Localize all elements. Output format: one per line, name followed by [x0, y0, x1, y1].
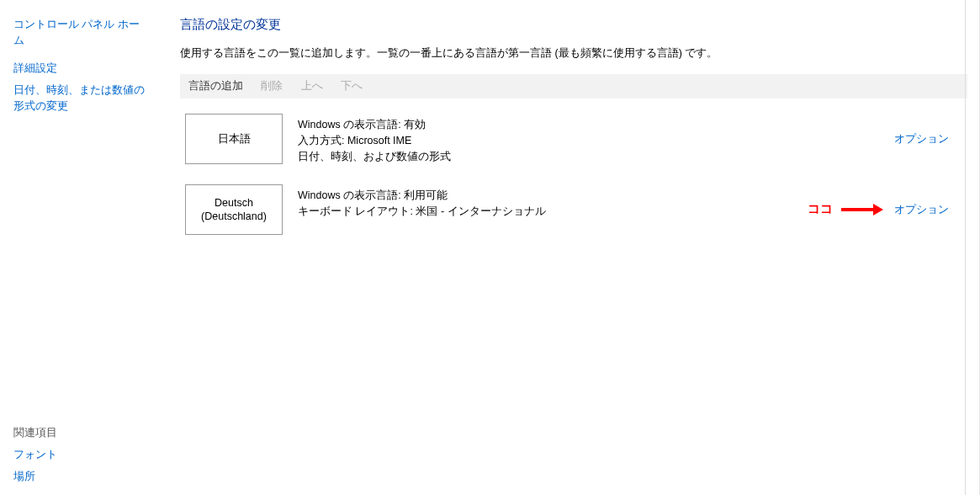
language-tile[interactable]: Deutsch (Deutschland) — [185, 184, 283, 235]
toolbar-move-up: 上へ — [301, 79, 338, 93]
vertical-divider — [965, 0, 966, 495]
language-details: Windows の表示言語: 利用可能 キーボード レイアウト: 米国 - イン… — [298, 184, 894, 220]
options-link[interactable]: オプション — [894, 203, 949, 217]
toolbar-move-down: 下へ — [341, 79, 378, 93]
language-name-region: (Deutschland) — [201, 210, 267, 223]
svg-marker-1 — [873, 204, 883, 216]
toolbar: 言語の追加 削除 上へ 下へ — [180, 74, 967, 98]
related-title: 関連項目 — [13, 426, 57, 440]
page-description: 使用する言語をこの一覧に追加します。一覧の一番上にある言語が第一言語 (最も頻繁… — [180, 46, 967, 61]
language-tile[interactable]: 日本語 — [185, 114, 283, 164]
main-content: 言語の設定の変更 使用する言語をこの一覧に追加します。一覧の一番上にある言語が第… — [168, 0, 980, 495]
sidebar-link-font[interactable]: フォント — [13, 447, 57, 463]
sidebar-link-advanced[interactable]: 詳細設定 — [13, 61, 146, 77]
sidebar-link-dateformat[interactable]: 日付、時刻、または数値の形式の変更 — [13, 82, 146, 114]
detail-display-lang: Windows の表示言語: 利用可能 — [298, 188, 894, 204]
detail-input-method: 入力方式: Microsoft IME — [298, 133, 894, 149]
sidebar: コントロール パネル ホーム 詳細設定 日付、時刻、または数値の形式の変更 関連… — [0, 0, 160, 495]
page-title: 言語の設定の変更 — [180, 17, 967, 33]
detail-display-lang: Windows の表示言語: 有効 — [298, 117, 894, 133]
language-details: Windows の表示言語: 有効 入力方式: Microsoft IME 日付… — [298, 114, 894, 164]
sidebar-link-location[interactable]: 場所 — [13, 469, 57, 485]
sidebar-related: 関連項目 フォント 場所 — [13, 426, 57, 486]
detail-date-format: 日付、時刻、および数値の形式 — [298, 149, 894, 165]
arrow-right-icon — [841, 204, 883, 216]
annotation-callout: ココ — [808, 201, 883, 217]
options-link[interactable]: オプション — [894, 132, 949, 146]
language-name: 日本語 — [218, 132, 251, 146]
language-name: Deutsch — [215, 196, 253, 210]
toolbar-remove: 削除 — [261, 79, 298, 93]
language-row-japanese[interactable]: 日本語 Windows の表示言語: 有効 入力方式: Microsoft IM… — [185, 114, 967, 164]
language-row-german[interactable]: Deutsch (Deutschland) Windows の表示言語: 利用可… — [185, 184, 967, 235]
annotation-text: ココ — [808, 201, 833, 217]
sidebar-link-home[interactable]: コントロール パネル ホーム — [13, 17, 146, 49]
toolbar-add-language[interactable]: 言語の追加 — [188, 79, 258, 93]
detail-keyboard-layout: キーボード レイアウト: 米国 - インターナショナル — [298, 204, 894, 220]
language-list: 日本語 Windows の表示言語: 有効 入力方式: Microsoft IM… — [185, 114, 967, 235]
